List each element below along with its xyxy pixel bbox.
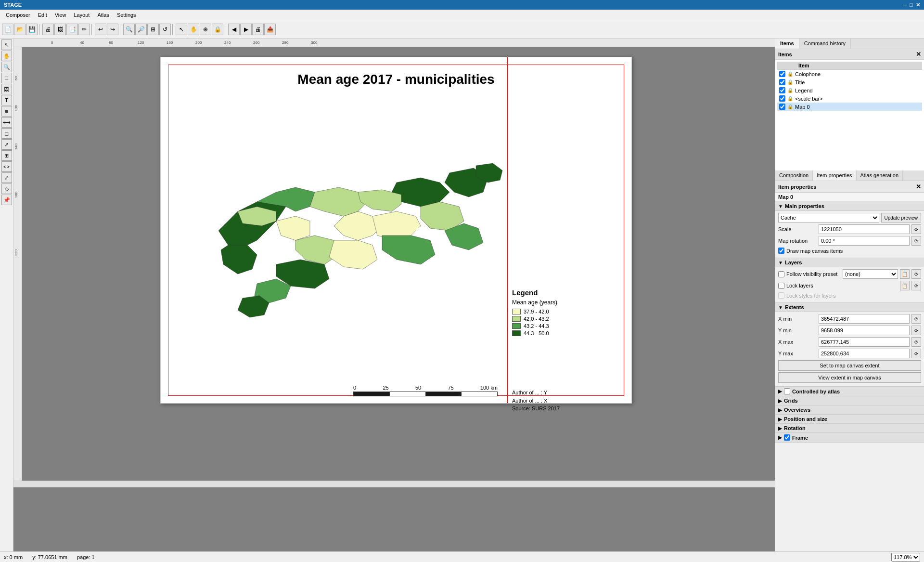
scale-input[interactable]	[819, 224, 910, 234]
legend-color-2	[512, 323, 521, 329]
tb-export-svg[interactable]: ✏	[78, 24, 90, 35]
tb-redo[interactable]: ↪	[107, 24, 118, 35]
xmin-input[interactable]	[819, 314, 910, 324]
ymax-sync[interactable]: ⟳	[911, 349, 921, 358]
tree-item-map0[interactable]: 🔒 Map 0	[777, 103, 922, 111]
section-grids[interactable]: ▶ Grids	[775, 396, 924, 405]
props-close-btn[interactable]: ✕	[916, 183, 921, 190]
atlas-check[interactable]	[784, 388, 790, 394]
menu-layout[interactable]: Layout	[70, 11, 93, 19]
lt-add-arrow[interactable]: ↗	[1, 139, 12, 150]
close-btn[interactable]: ✕	[916, 2, 920, 8]
tb-zoom-canvas[interactable]: ⊕	[200, 24, 211, 35]
follow-visibility-select[interactable]: (none)	[843, 269, 898, 279]
follow-visibility-check[interactable]	[778, 271, 784, 277]
ymin-input[interactable]	[819, 326, 910, 335]
lt-select[interactable]: ↖	[1, 39, 12, 50]
tb-select[interactable]: ↖	[176, 24, 187, 35]
lock-styles-row: Lock styles for layers	[778, 292, 921, 299]
map-container[interactable]	[180, 96, 502, 399]
ymax-input[interactable]	[819, 349, 910, 358]
section-main-properties[interactable]: ▼ Main properties	[775, 202, 924, 211]
lock-layers-btn1[interactable]: 📋	[900, 281, 910, 290]
section-rotation[interactable]: ▶ Rotation	[775, 424, 924, 433]
menu-edit[interactable]: Edit	[34, 11, 51, 19]
tree-check-title[interactable]	[779, 79, 785, 85]
draw-canvas-checkbox[interactable]	[778, 248, 784, 254]
tb-atlas-print[interactable]: 🖨	[252, 24, 264, 35]
section-overviews[interactable]: ▶ Overviews	[775, 405, 924, 415]
follow-vis-btn2[interactable]: ⟳	[911, 269, 921, 279]
section-atlas[interactable]: ▶ Controlled by atlas	[775, 387, 924, 396]
tree-check-map0[interactable]	[779, 104, 785, 110]
tb-zoom-out[interactable]: 🔎	[135, 24, 147, 35]
tb-export-img[interactable]: 🖼	[54, 24, 66, 35]
lock-layers-btn2[interactable]: ⟳	[911, 281, 921, 290]
tab-command-history[interactable]: Command history	[799, 39, 851, 49]
lt-add-image[interactable]: 🖼	[1, 84, 12, 94]
zoom-select[interactable]: 117.8% 100% 75% 50%	[891, 553, 920, 562]
tb-pan[interactable]: ✋	[188, 24, 199, 35]
maximize-btn[interactable]: □	[910, 2, 913, 8]
canvas-area[interactable]: 0 40 80 120 160 200 240 260 280 300 60 1…	[13, 39, 775, 551]
xmax-input[interactable]	[819, 337, 910, 347]
lt-add-table[interactable]: ⊞	[1, 150, 12, 161]
lt-add-legend[interactable]: ≡	[1, 106, 12, 117]
menu-view[interactable]: View	[51, 11, 70, 19]
lt-add-map[interactable]: □	[1, 73, 12, 83]
set-to-map-canvas-btn[interactable]: Set to map canvas extent	[778, 360, 921, 371]
tb-save[interactable]: 💾	[26, 24, 38, 35]
tb-lock[interactable]: 🔒	[212, 24, 223, 35]
lt-add-scalebar[interactable]: ⟷	[1, 117, 12, 128]
lt-move-item[interactable]: ⤢	[1, 172, 12, 183]
minimize-btn[interactable]: ─	[903, 2, 907, 8]
tb-atlas-next[interactable]: ▶	[240, 24, 252, 35]
cache-select[interactable]: Cache	[778, 213, 879, 222]
ymin-sync[interactable]: ⟳	[911, 326, 921, 335]
tb-refresh[interactable]: ↺	[159, 24, 171, 35]
menu-settings[interactable]: Settings	[113, 11, 140, 19]
section-grids-label: Grids	[784, 398, 798, 404]
tab-items[interactable]: Items	[775, 39, 799, 49]
tb-zoom-fit[interactable]: ⊞	[147, 24, 159, 35]
tb-export-pdf[interactable]: 📑	[66, 24, 78, 35]
section-position[interactable]: ▶ Position and size	[775, 415, 924, 424]
menu-atlas[interactable]: Atlas	[93, 11, 113, 19]
xmin-sync[interactable]: ⟳	[911, 314, 921, 324]
scale-sync-btn[interactable]: ⟳	[911, 224, 921, 234]
tb-open[interactable]: 📂	[14, 24, 26, 35]
items-close-btn[interactable]: ✕	[916, 51, 921, 58]
rotation-sync-btn[interactable]: ⟳	[911, 236, 921, 246]
tb-new[interactable]: 📄	[2, 24, 13, 35]
lt-add-text[interactable]: T	[1, 95, 12, 105]
tb-atlas-prev[interactable]: ◀	[228, 24, 240, 35]
tree-check-colophone[interactable]	[779, 71, 785, 77]
menu-composer[interactable]: Composer	[2, 11, 34, 19]
view-extent-btn[interactable]: View extent in map canvas	[778, 372, 921, 383]
tb-print[interactable]: 🖨	[42, 24, 54, 35]
lt-add-html[interactable]: <>	[1, 161, 12, 172]
tab-item-properties[interactable]: Item properties	[813, 170, 856, 181]
section-layers[interactable]: ▼ Layers	[775, 258, 924, 267]
section-extents[interactable]: ▼ Extents	[775, 303, 924, 312]
lt-node-tool[interactable]: ◇	[1, 183, 12, 194]
xmax-sync[interactable]: ⟳	[911, 337, 921, 347]
horizontal-scrollbar[interactable]	[13, 481, 775, 487]
frame-check[interactable]	[784, 434, 790, 441]
tree-check-legend[interactable]	[779, 87, 785, 93]
lock-layers-check[interactable]	[778, 283, 784, 289]
tree-check-scalebar[interactable]	[779, 95, 785, 102]
tb-zoom-in[interactable]: 🔍	[123, 24, 135, 35]
update-preview-btn[interactable]: Update preview	[881, 213, 921, 222]
lt-zoom[interactable]: 🔍	[1, 62, 12, 72]
map-rotation-input[interactable]	[819, 236, 910, 246]
tab-atlas-generation[interactable]: Atlas generation	[857, 170, 903, 181]
lt-pin[interactable]: 📌	[1, 195, 12, 205]
follow-vis-btn1[interactable]: 📋	[900, 269, 910, 279]
lt-pan[interactable]: ✋	[1, 51, 12, 61]
lt-add-shape[interactable]: ◻	[1, 128, 12, 139]
tab-composition[interactable]: Composition	[775, 170, 813, 181]
section-frame[interactable]: ▶ Frame	[775, 433, 924, 443]
tb-undo[interactable]: ↩	[95, 24, 106, 35]
tb-atlas-export[interactable]: 📤	[264, 24, 276, 35]
